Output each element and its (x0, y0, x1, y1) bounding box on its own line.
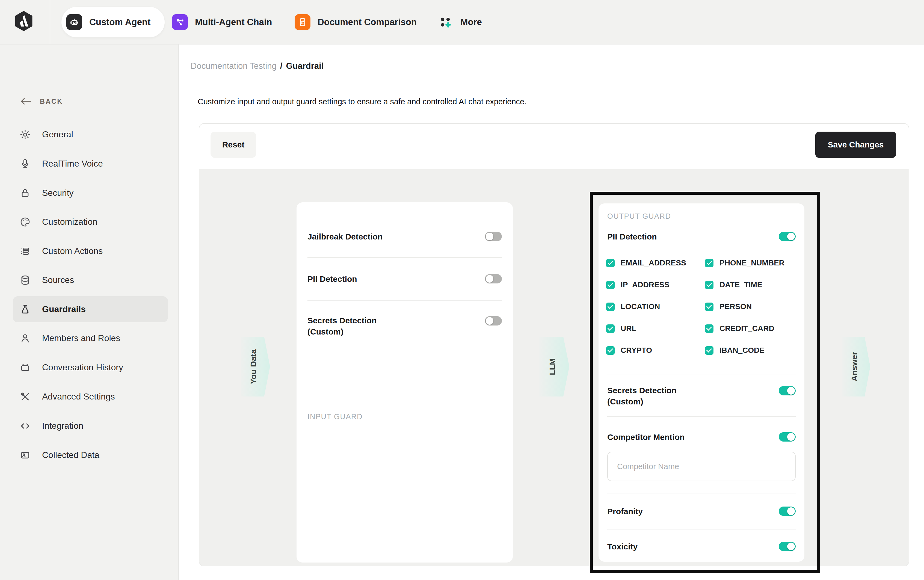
credit-card-checkbox[interactable] (705, 325, 713, 333)
sidebar-item-general[interactable]: General (0, 122, 179, 147)
lock-icon (19, 187, 31, 199)
iban-code-checkbox[interactable] (705, 346, 713, 355)
sidebar-item-conversation-history[interactable]: Conversation History (0, 354, 179, 381)
pii-detection-input-label: PII Detection (308, 274, 357, 285)
toggle-knob (787, 542, 795, 550)
ip-address-checkbox[interactable] (606, 281, 614, 289)
pii-detection-output-label: PII Detection (607, 231, 657, 242)
profanity-toggle[interactable] (779, 507, 796, 516)
sidebar-item-security[interactable]: Security (0, 180, 179, 206)
tab-label: Document Comparison (318, 17, 417, 27)
toggle-knob (486, 233, 493, 240)
phone-number-checkbox[interactable] (705, 259, 713, 267)
breadcrumb-separator: / (280, 61, 283, 71)
tab-document-comparison[interactable]: Document Comparison (295, 7, 417, 38)
breadcrumb: Documentation Testing / Guardrail (191, 61, 324, 71)
sidebar-item-realtime-voice[interactable]: RealTime Voice (0, 151, 179, 177)
secrets-detection-input-toggle[interactable] (485, 316, 502, 326)
toggle-knob (486, 317, 493, 325)
sidebar-item-label: RealTime Voice (42, 159, 103, 169)
toggle-knob (787, 433, 795, 441)
save-label: Save Changes (828, 140, 884, 149)
pii-entity-cell: CREDIT_CARD (705, 323, 784, 334)
save-changes-button[interactable]: Save Changes (815, 132, 896, 158)
pii-entity-label: IBAN_CODE (720, 346, 764, 355)
sidebar-item-guardrails[interactable]: Guardrails (13, 296, 168, 322)
competitor-mention-label: Competitor Mention (607, 432, 685, 443)
jailbreak-detection-label: Jailbreak Detection (308, 231, 382, 242)
sidebar-item-advanced-settings[interactable]: Advanced Settings (0, 384, 179, 410)
secrets-detection-output-label: Secrets Detection (Custom) (607, 385, 676, 407)
flow-tag-label: LLM (548, 358, 557, 375)
back-arrow-icon (19, 97, 32, 105)
url-checkbox[interactable] (606, 325, 614, 333)
sidebar-item-members-and-roles[interactable]: Members and Roles (0, 325, 179, 351)
sidebar-item-customization[interactable]: Customization (0, 209, 179, 235)
pii-entity-label: EMAIL_ADDRESS (621, 259, 686, 267)
date-time-checkbox[interactable] (705, 281, 713, 289)
person-checkbox[interactable] (705, 303, 713, 311)
toggle-knob (486, 275, 493, 283)
profanity-label: Profanity (607, 506, 643, 517)
pii-detection-input-toggle[interactable] (485, 274, 502, 283)
sidebar-item-label: Members and Roles (42, 333, 120, 343)
sidebar: BACK General RealTime Voice Security (0, 44, 179, 580)
input-guard-title: INPUT GUARD (308, 413, 362, 421)
output-guard-panel: OUTPUT GUARD PII Detection EMAIL_ADDRESS… (598, 203, 804, 562)
topbar-divider (50, 0, 50, 44)
pii-entity-cell: PHONE_NUMBER (705, 257, 784, 269)
competitor-name-input[interactable] (607, 451, 796, 481)
tab-more[interactable]: More (437, 7, 482, 38)
sidebar-item-label: Conversation History (42, 362, 123, 372)
sidebar-item-sources[interactable]: Sources (0, 267, 179, 293)
secrets-detection-output-toggle[interactable] (779, 386, 796, 395)
more-grid-icon (437, 14, 453, 30)
layers-icon (19, 245, 31, 257)
email-address-checkbox[interactable] (606, 259, 614, 267)
id-card-icon (19, 449, 31, 461)
pii-entity-label: DATE_TIME (720, 280, 763, 289)
sidebar-item-label: Collected Data (42, 450, 99, 460)
tv-icon (19, 362, 31, 374)
person-icon (19, 332, 31, 344)
divider (308, 257, 502, 258)
sidebar-item-custom-actions[interactable]: Custom Actions (0, 238, 179, 264)
competitor-mention-toggle[interactable] (779, 432, 796, 442)
pii-detection-output-row: PII Detection (607, 226, 796, 247)
flow-tag-label: Answer (850, 352, 859, 381)
output-guard-title: OUTPUT GUARD (607, 212, 671, 221)
mic-icon (19, 158, 31, 170)
sidebar-item-collected-data[interactable]: Collected Data (0, 442, 179, 468)
pii-entity-cell: URL (606, 323, 705, 334)
jailbreak-detection-row: Jailbreak Detection (308, 226, 502, 247)
toggle-knob (787, 508, 795, 515)
back-button[interactable]: BACK (19, 97, 63, 105)
location-checkbox[interactable] (606, 303, 614, 311)
crypto-checkbox[interactable] (606, 346, 614, 355)
pii-entity-grid: EMAIL_ADDRESS PHONE_NUMBER IP_ADDRESS DA… (606, 257, 784, 356)
tab-custom-agent[interactable]: Custom Agent (61, 7, 165, 38)
top-bar: Custom Agent Multi-Agent Chain Document … (0, 0, 924, 44)
logo-hexagon (15, 11, 33, 31)
pii-entity-label: CREDIT_CARD (720, 324, 774, 333)
sidebar-item-label: Advanced Settings (42, 392, 115, 402)
tab-label: Custom Agent (89, 17, 150, 27)
competitor-mention-row: Competitor Mention (607, 426, 796, 448)
breadcrumb-parent[interactable]: Documentation Testing (191, 61, 277, 71)
sidebar-item-integration[interactable]: Integration (0, 413, 179, 439)
flow-tag-llm: LLM (539, 337, 569, 397)
divider (308, 300, 502, 301)
toxicity-row: Toxicity (607, 536, 796, 557)
pii-entity-label: URL (621, 324, 636, 333)
pii-detection-output-toggle[interactable] (779, 232, 796, 241)
palette-icon (19, 216, 31, 228)
sidebar-item-label: Sources (42, 275, 74, 285)
tab-multi-agent-chain[interactable]: Multi-Agent Chain (172, 7, 272, 38)
multi-agent-icon (172, 14, 188, 30)
pii-entity-label: LOCATION (621, 302, 660, 311)
pii-entity-cell: IBAN_CODE (705, 344, 784, 356)
reset-button[interactable]: Reset (211, 132, 256, 158)
toxicity-toggle[interactable] (779, 542, 796, 551)
jailbreak-detection-toggle[interactable] (485, 232, 502, 241)
toggle-knob (787, 387, 795, 395)
